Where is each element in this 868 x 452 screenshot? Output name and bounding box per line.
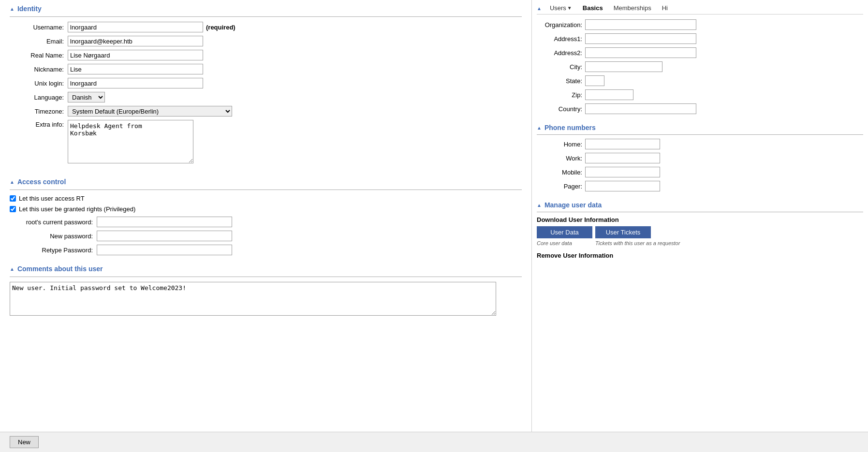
new-password-label: New password: <box>10 233 97 240</box>
address2-label: Address2: <box>537 49 585 57</box>
language-select[interactable]: Danish English German <box>68 92 105 102</box>
retype-password-input[interactable] <box>97 245 232 255</box>
state-input[interactable] <box>585 75 604 86</box>
new-password-input[interactable] <box>97 231 232 241</box>
remove-user-info-label: Remove User Information <box>537 252 863 259</box>
work-phone-row: Work: <box>537 153 863 163</box>
manage-user-data-section: Manage user data Download User Informati… <box>537 201 863 259</box>
pager-phone-input[interactable] <box>585 181 660 191</box>
nickname-input[interactable] <box>68 64 203 74</box>
access-rt-checkbox[interactable] <box>10 195 16 202</box>
tab-hi-label: Hi <box>662 4 668 12</box>
country-row: Country: <box>537 103 863 114</box>
unixlogin-label: Unix login: <box>10 80 68 87</box>
language-row: Language: Danish English German <box>10 92 522 102</box>
tab-users-label: Users <box>550 4 566 12</box>
pager-phone-row: Pager: <box>537 181 863 191</box>
identity-header: Identity <box>10 5 522 13</box>
mobile-phone-row: Mobile: <box>537 167 863 177</box>
address1-row: Address1: <box>537 33 863 44</box>
username-row: Username: (required) <box>10 22 522 32</box>
mobile-phone-input[interactable] <box>585 167 660 177</box>
zip-label: Zip: <box>537 91 585 99</box>
manage-user-data-title: Manage user data <box>544 201 602 209</box>
phone-numbers-header: Phone numbers <box>537 124 863 131</box>
country-label: Country: <box>537 105 585 113</box>
work-phone-input[interactable] <box>585 153 660 163</box>
zip-row: Zip: <box>537 89 863 100</box>
city-input[interactable] <box>585 61 662 72</box>
username-input[interactable] <box>68 22 203 32</box>
retype-password-row: Retype Password: <box>10 245 522 255</box>
root-password-label: root's current password: <box>10 219 97 226</box>
language-label: Language: <box>10 94 68 101</box>
user-data-button[interactable]: User Data <box>537 226 592 238</box>
realname-input[interactable] <box>68 50 203 60</box>
zip-input[interactable] <box>585 89 633 100</box>
timezone-select[interactable]: System Default (Europe/Berlin) UTC Ameri… <box>68 106 232 117</box>
email-input[interactable] <box>68 36 203 46</box>
retype-password-label: Retype Password: <box>10 247 97 254</box>
work-phone-label: Work: <box>537 155 585 162</box>
comments-header: Comments about this user <box>10 265 522 273</box>
pager-phone-label: Pager: <box>537 183 585 190</box>
email-label: Email: <box>10 38 68 45</box>
extrainfo-row: Extra info: Helpdesk Agent from Korsbæk <box>10 120 522 163</box>
identity-toggle[interactable] <box>10 5 15 12</box>
address1-input[interactable] <box>585 33 696 44</box>
tab-users[interactable]: Users ▼ <box>544 2 577 14</box>
nickname-row: Nickname: <box>10 64 522 74</box>
chevron-down-icon: ▼ <box>567 5 572 11</box>
privileged-checkbox[interactable] <box>10 206 16 212</box>
new-button[interactable]: New <box>10 436 39 448</box>
manage-user-data-header: Manage user data <box>537 201 863 209</box>
access-control-section: Access control Let this user access RT L… <box>10 178 522 255</box>
tab-memberships[interactable]: Memberships <box>608 2 657 14</box>
basics-fields: Organization: Address1: Address2: City: … <box>537 19 863 114</box>
privileged-label: Let this user be granted rights (Privile… <box>19 205 135 213</box>
identity-title: Identity <box>17 5 42 13</box>
country-input[interactable] <box>585 103 696 114</box>
org-input[interactable] <box>585 19 696 30</box>
home-phone-label: Home: <box>537 141 585 148</box>
org-row: Organization: <box>537 19 863 30</box>
right-panel-toggle[interactable] <box>537 5 542 12</box>
privileged-row: Let this user be granted rights (Privile… <box>10 205 522 213</box>
unixlogin-row: Unix login: <box>10 78 522 88</box>
realname-row: Real Name: <box>10 50 522 60</box>
unixlogin-input[interactable] <box>68 78 203 88</box>
realname-label: Real Name: <box>10 52 68 59</box>
comments-section: Comments about this user New user. Initi… <box>10 265 522 317</box>
email-row: Email: <box>10 36 522 46</box>
access-rt-row: Let this user access RT <box>10 195 522 202</box>
access-rt-label: Let this user access RT <box>19 195 85 202</box>
timezone-row: Timezone: System Default (Europe/Berlin)… <box>10 106 522 117</box>
top-nav: Users ▼ Basics Memberships Hi <box>537 0 863 15</box>
nickname-label: Nickname: <box>10 66 68 73</box>
timezone-label: Timezone: <box>10 108 68 115</box>
extrainfo-label: Extra info: <box>10 120 68 128</box>
download-buttons-row: User Data User Tickets <box>537 226 863 238</box>
tab-basics-label: Basics <box>583 4 603 12</box>
city-label: City: <box>537 63 585 71</box>
phone-numbers-toggle[interactable] <box>537 124 542 131</box>
root-password-input[interactable] <box>97 217 232 227</box>
comments-toggle[interactable] <box>10 265 15 272</box>
tab-hi[interactable]: Hi <box>657 2 673 14</box>
tab-basics[interactable]: Basics <box>577 2 608 14</box>
comments-textarea[interactable]: New user. Initial password set to Welcom… <box>10 282 496 316</box>
home-phone-input[interactable] <box>585 139 660 149</box>
home-phone-row: Home: <box>537 139 863 149</box>
root-password-row: root's current password: <box>10 217 522 227</box>
bottom-bar: New <box>0 432 868 452</box>
identity-section: Identity Username: (required) Email: Rea… <box>10 5 522 163</box>
right-panel: Users ▼ Basics Memberships Hi Organizati… <box>532 0 868 452</box>
address2-input[interactable] <box>585 47 696 58</box>
extrainfo-textarea[interactable]: Helpdesk Agent from Korsbæk <box>68 120 193 163</box>
user-tickets-button[interactable]: User Tickets <box>595 226 651 238</box>
manage-user-data-toggle[interactable] <box>537 202 542 208</box>
access-control-toggle[interactable] <box>10 178 15 185</box>
address2-row: Address2: <box>537 47 863 58</box>
city-row: City: <box>537 61 863 72</box>
tab-memberships-label: Memberships <box>614 4 651 12</box>
